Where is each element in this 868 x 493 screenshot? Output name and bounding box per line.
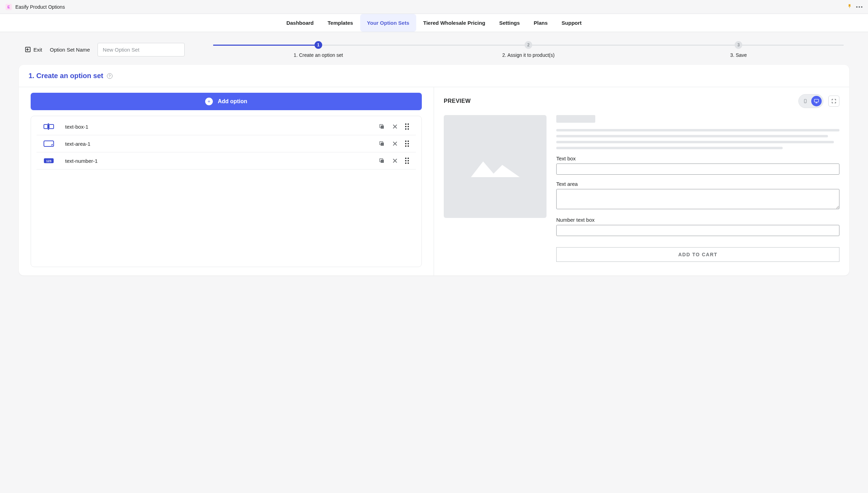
svg-rect-2: [49, 124, 54, 129]
more-icon[interactable]: [856, 6, 862, 8]
option-row[interactable]: text-box-1: [37, 118, 416, 135]
option-label: text-area-1: [65, 141, 367, 147]
titlebar: E Easify Product Options: [0, 0, 868, 14]
close-icon[interactable]: [392, 123, 398, 130]
number-icon: 123: [44, 157, 54, 164]
preview-product-image: [444, 115, 547, 218]
step-label: 2. Assign it to product(s): [423, 52, 633, 58]
main-card: 1. Create an option set ? Add option tex…: [19, 65, 849, 275]
preview-input[interactable]: [556, 164, 839, 175]
svg-rect-10: [44, 141, 54, 146]
mobile-view-button[interactable]: [800, 96, 811, 106]
add-option-label: Add option: [218, 98, 247, 105]
step-2: 22. Assign it to product(s): [423, 41, 633, 58]
close-icon[interactable]: [392, 141, 398, 147]
nav-tab-tiered-wholesale-pricing[interactable]: Tiered Wholesale Pricing: [416, 14, 492, 32]
exit-label: Exit: [33, 47, 42, 53]
step-label: 3. Save: [634, 52, 844, 58]
preview-field-label: Number text box: [556, 217, 839, 223]
nav-tab-dashboard[interactable]: Dashboard: [279, 14, 320, 32]
svg-rect-17: [381, 160, 384, 163]
svg-text:123: 123: [46, 159, 51, 163]
plus-icon: [205, 98, 213, 105]
skeleton-line: [556, 129, 839, 131]
skeleton-line: [556, 135, 828, 137]
preview-field-group: Number text box: [556, 217, 839, 236]
duplicate-icon[interactable]: [379, 158, 385, 164]
duplicate-icon[interactable]: [379, 123, 385, 130]
pin-icon[interactable]: [847, 4, 852, 10]
main-nav: DashboardTemplatesYour Option SetsTiered…: [0, 14, 868, 32]
option-list: text-box-1text-area-1123text-number-1: [31, 116, 422, 267]
option-row[interactable]: 123text-number-1: [37, 152, 416, 169]
preview-title: PREVIEW: [444, 98, 471, 104]
help-icon[interactable]: ?: [107, 73, 113, 79]
preview-field-group: Text area: [556, 181, 839, 211]
options-panel: Add option text-box-1text-area-1123text-…: [19, 87, 434, 275]
app-logo-icon: E: [6, 4, 12, 10]
step-3: 33. Save: [634, 41, 844, 58]
preview-field-label: Text area: [556, 181, 839, 187]
nav-tab-plans[interactable]: Plans: [527, 14, 555, 32]
drag-handle-icon[interactable]: [405, 141, 409, 147]
preview-form: Text boxText areaNumber text box ADD TO …: [556, 115, 839, 262]
preview-field-group: Text box: [556, 156, 839, 175]
step-circle: 1: [315, 41, 322, 49]
drag-handle-icon[interactable]: [405, 158, 409, 164]
subheader: Exit Option Set Name 11. Create an optio…: [0, 32, 868, 65]
close-icon[interactable]: [392, 158, 398, 164]
preview-panel: PREVIEW: [434, 87, 849, 275]
option-label: text-box-1: [65, 124, 367, 130]
textarea-icon: [44, 140, 54, 147]
skeleton-title: [556, 115, 595, 123]
svg-rect-6: [381, 126, 384, 129]
preview-field-label: Text box: [556, 156, 839, 161]
nav-tab-settings[interactable]: Settings: [492, 14, 527, 32]
nav-tab-support[interactable]: Support: [555, 14, 589, 32]
step-circle: 2: [525, 41, 532, 49]
step-1: 11. Create an option set: [213, 41, 423, 58]
desktop-view-button[interactable]: [811, 96, 822, 106]
drag-handle-icon[interactable]: [405, 123, 409, 130]
skeleton-line: [556, 141, 834, 143]
device-toggle: [798, 94, 823, 108]
svg-rect-11: [381, 143, 384, 146]
option-set-name-input[interactable]: [98, 43, 185, 56]
option-label: text-number-1: [65, 158, 367, 164]
step-label: 1. Create an option set: [213, 52, 423, 58]
add-option-button[interactable]: Add option: [31, 93, 422, 110]
preview-textarea[interactable]: [556, 189, 839, 209]
option-set-name-label: Option Set Name: [50, 47, 90, 53]
svg-rect-23: [814, 99, 819, 102]
duplicate-icon[interactable]: [379, 141, 385, 147]
exit-icon: [24, 46, 31, 53]
app-title: Easify Product Options: [15, 4, 65, 10]
svg-rect-1: [44, 124, 48, 129]
preview-input[interactable]: [556, 225, 839, 236]
nav-tab-templates[interactable]: Templates: [321, 14, 360, 32]
option-row[interactable]: text-area-1: [37, 135, 416, 152]
card-title: 1. Create an option set: [29, 72, 103, 80]
step-circle: 3: [735, 41, 742, 49]
textbox-icon: [44, 123, 54, 130]
nav-tab-your-option-sets[interactable]: Your Option Sets: [360, 14, 416, 32]
fullscreen-button[interactable]: [828, 96, 839, 107]
progress-stepper: 11. Create an option set22. Assign it to…: [213, 41, 844, 58]
exit-button[interactable]: Exit: [24, 46, 42, 53]
add-to-cart-button[interactable]: ADD TO CART: [556, 247, 839, 262]
skeleton-line: [556, 147, 783, 149]
